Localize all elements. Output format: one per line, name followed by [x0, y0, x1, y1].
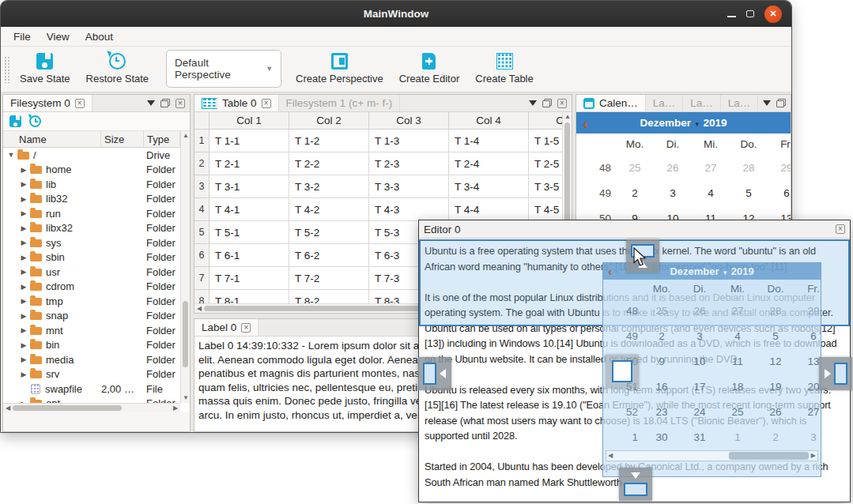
- table-cell[interactable]: T 2-1: [209, 152, 289, 175]
- table-cell[interactable]: T 2-3: [369, 152, 449, 175]
- dock-close-icon[interactable]: ×: [176, 99, 185, 108]
- tree-row[interactable]: ▶libx32Folder: [3, 221, 180, 236]
- tree-header[interactable]: Name Size Type: [3, 131, 180, 148]
- column-header-size[interactable]: Size: [101, 131, 144, 147]
- caret-collapsed-icon[interactable]: ▶: [19, 312, 28, 320]
- row-header[interactable]: 5: [194, 221, 209, 244]
- close-icon[interactable]: ✕: [764, 6, 782, 23]
- calendar-day[interactable]: 26: [654, 156, 692, 181]
- table-cell[interactable]: T 6-2: [289, 244, 369, 267]
- restore-state-button[interactable]: Restore State: [78, 47, 157, 85]
- tab-close-icon[interactable]: ×: [241, 323, 251, 333]
- float-icon[interactable]: [160, 99, 170, 107]
- caret-expanded-icon[interactable]: ▼: [6, 151, 16, 159]
- scroll-up-icon[interactable]: ▲: [563, 112, 572, 122]
- row-header[interactable]: 2: [194, 152, 209, 175]
- scrollbar-thumb[interactable]: [13, 405, 122, 411]
- dock-menu-icon[interactable]: [529, 100, 537, 106]
- caret-collapsed-icon[interactable]: ▶: [19, 254, 28, 261]
- table-cell[interactable]: T 4-1: [209, 198, 289, 221]
- caret-collapsed-icon[interactable]: ▶: [19, 355, 28, 363]
- caret-collapsed-icon[interactable]: ▶: [19, 283, 28, 291]
- tree-row[interactable]: ▶mntFolder: [3, 323, 180, 338]
- calendar-day[interactable]: 27: [692, 156, 730, 181]
- table-cell[interactable]: T 4-2: [289, 198, 369, 221]
- maximize-icon[interactable]: [746, 10, 754, 17]
- save-state-button[interactable]: Save State: [12, 47, 78, 85]
- tab-close-icon[interactable]: ×: [75, 99, 85, 108]
- tree-horizontal-scrollbar[interactable]: ◀ ▶: [3, 403, 180, 412]
- calendar-day[interactable]: 2: [616, 181, 654, 206]
- table-cell[interactable]: T 4-4: [449, 198, 529, 221]
- tab-label-dock[interactable]: La…: [646, 95, 684, 111]
- scrollbar-thumb[interactable]: [183, 301, 188, 367]
- calendar-day[interactable]: 28: [730, 156, 768, 181]
- tree-row[interactable]: ▶binFolder: [3, 338, 180, 353]
- perspective-dropdown[interactable]: Default Perspective ▼: [166, 50, 281, 88]
- row-header[interactable]: 7: [194, 267, 209, 290]
- table-cell[interactable]: T 5-2: [289, 221, 369, 244]
- calendar-day[interactable]: 5: [730, 181, 768, 206]
- tree-row[interactable]: ▶tmpFolder: [3, 294, 180, 309]
- tab-label-0[interactable]: Label 0 ×: [194, 319, 259, 336]
- dock-indicator-center[interactable]: [606, 355, 639, 388]
- tree-row[interactable]: ▼/Drive: [3, 148, 180, 163]
- scroll-up-icon[interactable]: ▲: [181, 131, 191, 141]
- scroll-left-icon[interactable]: ◀: [194, 304, 204, 314]
- scroll-down-icon[interactable]: ▼: [181, 393, 191, 403]
- tab-label-dock[interactable]: La…: [721, 95, 759, 111]
- calendar-day[interactable]: 4: [692, 181, 730, 206]
- caret-collapsed-icon[interactable]: ▶: [19, 239, 28, 246]
- tab-calendar[interactable]: Calen…: [576, 95, 646, 111]
- caret-collapsed-icon[interactable]: ▶: [19, 341, 28, 349]
- caret-collapsed-icon[interactable]: ▶: [19, 297, 28, 305]
- tree-row[interactable]: ▶sysFolder: [3, 235, 180, 250]
- tree-row[interactable]: ▶libFolder: [3, 177, 180, 192]
- column-header[interactable]: Col 1: [209, 112, 289, 130]
- menu-item-view[interactable]: View: [39, 31, 77, 43]
- dock-menu-icon[interactable]: [147, 100, 155, 106]
- table-cell[interactable]: T 3-1: [209, 175, 289, 198]
- caret-collapsed-icon[interactable]: ▶: [19, 370, 28, 378]
- save-icon[interactable]: [9, 115, 21, 127]
- minimize-icon[interactable]: [727, 16, 736, 17]
- table-cell[interactable]: T 4-3: [369, 198, 449, 221]
- table-cell[interactable]: T 1-2: [289, 130, 369, 152]
- float-icon[interactable]: [776, 99, 786, 107]
- calendar-month-year[interactable]: Dezember ▼ 2019: [576, 117, 791, 129]
- calendar-month[interactable]: Dezember: [640, 117, 691, 129]
- table-cell[interactable]: T 3-2: [289, 175, 369, 198]
- tree-row[interactable]: ▶cdromFolder: [3, 280, 180, 295]
- table-cell[interactable]: T 1-4: [449, 130, 529, 152]
- column-header-name[interactable]: Name: [3, 131, 101, 147]
- create-perspective-button[interactable]: Create Perspective: [288, 47, 391, 85]
- toolbar-drag-handle[interactable]: [4, 56, 10, 83]
- calendar-day[interactable]: 3: [654, 181, 692, 206]
- calendar-day[interactable]: 6: [768, 181, 791, 206]
- caret-collapsed-icon[interactable]: ▶: [19, 180, 28, 188]
- table-cell[interactable]: T 1-3: [369, 130, 449, 152]
- table-cell[interactable]: T 2-4: [449, 152, 529, 175]
- tab-close-icon[interactable]: ×: [262, 99, 271, 108]
- tree-row[interactable]: swapfile2,00 …File: [3, 382, 180, 397]
- tab-filesystem-0[interactable]: Filesystem 0 ×: [3, 95, 92, 111]
- dock-indicator-left[interactable]: [418, 357, 451, 390]
- row-header[interactable]: 1: [194, 130, 209, 152]
- table-cell[interactable]: T 2-5: [529, 152, 562, 175]
- calendar-day[interactable]: 25: [616, 156, 654, 181]
- dock-close-icon[interactable]: ×: [557, 99, 567, 108]
- dock-menu-icon[interactable]: [763, 100, 771, 106]
- calendar-year[interactable]: 2019: [703, 117, 727, 129]
- tree-row[interactable]: ▶optFolder: [3, 397, 180, 404]
- row-header[interactable]: 4: [194, 198, 209, 221]
- table-cell[interactable]: T 1-1: [209, 130, 289, 152]
- tree-row[interactable]: ▶usrFolder: [3, 265, 180, 280]
- column-header[interactable]: Col 3: [369, 112, 449, 130]
- table-cell[interactable]: T 7-1: [209, 267, 289, 290]
- tab-table-0[interactable]: Table 0×: [194, 95, 279, 111]
- column-header[interactable]: Col 4: [449, 112, 529, 130]
- table-cell[interactable]: T 5-1: [209, 221, 289, 244]
- column-header[interactable]: Col 5: [529, 112, 562, 130]
- caret-collapsed-icon[interactable]: ▶: [19, 268, 28, 276]
- caret-collapsed-icon[interactable]: ▶: [19, 195, 28, 203]
